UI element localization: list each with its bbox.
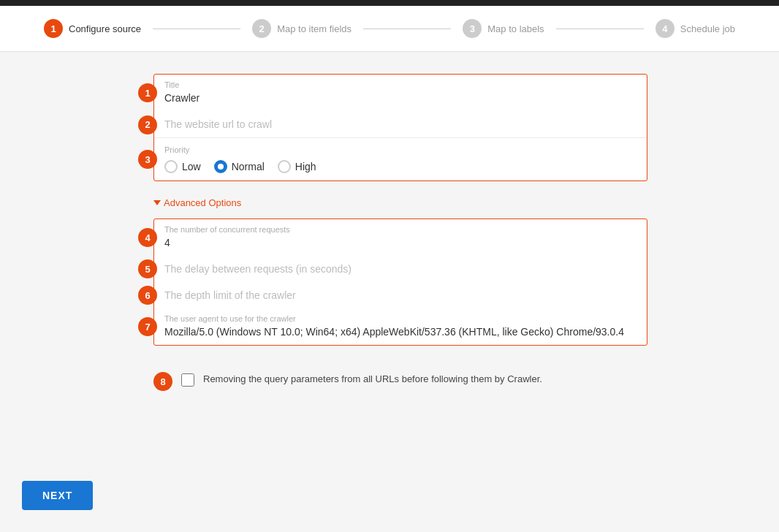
- step-1-label: Configure source: [69, 23, 141, 34]
- top-bar: [0, 0, 779, 6]
- priority-label: Priority: [164, 145, 636, 154]
- field-url: [154, 111, 647, 138]
- depth-input[interactable]: [164, 288, 636, 303]
- priority-normal[interactable]: Normal: [214, 160, 265, 173]
- field-3-container: 3 Priority Low: [154, 138, 647, 180]
- field-useragent: The user agent to use for the crawler: [154, 308, 647, 345]
- checkbox-row: 8 Removing the query parameters from all…: [153, 357, 647, 406]
- step-1-number: 1: [50, 23, 56, 34]
- priority-row: Priority Low Normal: [154, 138, 647, 180]
- priority-low-label: Low: [182, 161, 201, 172]
- radio-normal: [214, 160, 227, 173]
- stepper: 1 Configure source 2 Map to item fields …: [0, 6, 779, 52]
- advanced-toggle[interactable]: Advanced Options: [153, 190, 647, 213]
- radio-low: [164, 160, 178, 173]
- step-2-label: Map to item fields: [277, 23, 352, 34]
- step-1: 1 Configure source: [44, 19, 141, 38]
- advanced-toggle-wrapper: Advanced Options: [153, 190, 647, 213]
- priority-options: Low Normal High: [164, 160, 636, 173]
- step-1-circle: 1: [44, 19, 63, 38]
- step-2-number: 2: [259, 23, 265, 34]
- priority-high-label: High: [295, 161, 316, 172]
- step-3-circle: 3: [463, 19, 482, 38]
- step-line-1: [153, 28, 240, 29]
- checkbox-label: Removing the query parameters from all U…: [203, 372, 542, 387]
- radio-high: [278, 160, 291, 173]
- step-4-label: Schedule job: [680, 23, 735, 34]
- field-1-container: 1 Title: [154, 75, 647, 111]
- field-concurrent: The number of concurrent requests: [154, 219, 647, 256]
- step-3: 3 Map to labels: [463, 19, 544, 38]
- step-4-circle: 4: [656, 19, 674, 38]
- field-2-container: 2: [154, 111, 647, 138]
- remove-params-checkbox[interactable]: [181, 373, 194, 387]
- advanced-form-wrapper: 4 The number of concurrent requests 5 6: [153, 218, 647, 346]
- url-input[interactable]: [164, 117, 636, 132]
- badge-8: 8: [153, 372, 172, 391]
- priority-high[interactable]: High: [278, 160, 316, 173]
- radio-normal-inner: [218, 164, 224, 170]
- main-form-section: 1 Title 2 3 Priority: [153, 74, 647, 181]
- advanced-section: 4 The number of concurrent requests 5 6: [153, 218, 647, 346]
- field-title: Title: [154, 75, 647, 111]
- step-2: 2 Map to item fields: [252, 19, 352, 38]
- title-input[interactable]: [164, 91, 636, 105]
- field-delay: [154, 256, 647, 282]
- step-4-number: 4: [662, 23, 667, 34]
- step-line-2: [363, 28, 451, 29]
- step-line-3: [556, 28, 644, 29]
- triangle-icon: [153, 200, 161, 205]
- step-3-label: Map to labels: [487, 23, 544, 34]
- useragent-input[interactable]: [164, 324, 636, 339]
- concurrent-label: The number of concurrent requests: [164, 225, 636, 234]
- priority-low[interactable]: Low: [164, 160, 201, 173]
- main-form-wrapper: 1 Title 2 3 Priority: [153, 74, 647, 181]
- step-2-circle: 2: [252, 19, 271, 38]
- step-4: 4 Schedule job: [656, 19, 735, 38]
- field-depth: [154, 282, 647, 308]
- main-content: 1 Title 2 3 Priority: [0, 52, 779, 464]
- field-7-container: 7 The user agent to use for the crawler: [154, 308, 647, 345]
- step-3-number: 3: [470, 23, 475, 34]
- field-6-container: 6: [154, 282, 647, 308]
- field-5-container: 5: [154, 256, 647, 282]
- title-label: Title: [164, 80, 636, 89]
- delay-input[interactable]: [164, 262, 636, 276]
- advanced-toggle-label: Advanced Options: [164, 197, 241, 208]
- checkbox-wrapper: 8 Removing the query parameters from all…: [153, 357, 647, 406]
- concurrent-input[interactable]: [164, 235, 636, 250]
- useragent-label: The user agent to use for the crawler: [164, 314, 636, 323]
- next-button[interactable]: NEXT: [22, 481, 93, 510]
- priority-normal-label: Normal: [232, 161, 265, 172]
- field-4-container: 4 The number of concurrent requests: [154, 219, 647, 256]
